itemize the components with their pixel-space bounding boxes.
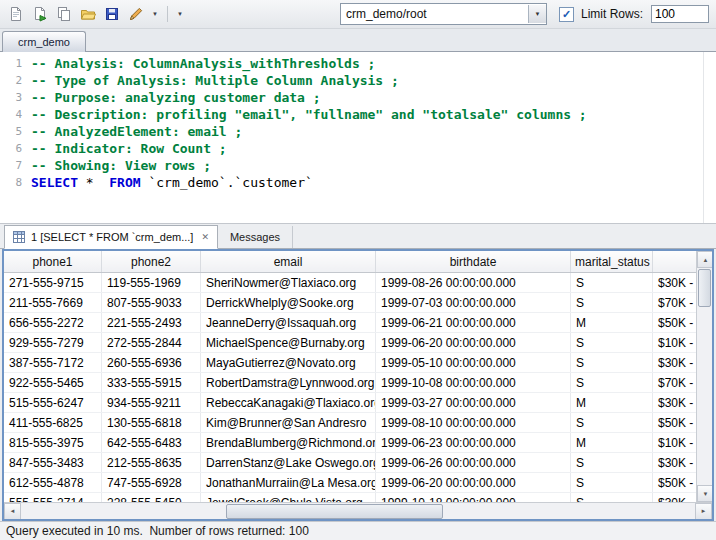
vscroll-track[interactable] [697, 268, 712, 485]
table-cell[interactable]: 1999-08-26 00:00:00.000 [376, 273, 571, 293]
hscroll-track[interactable] [21, 503, 695, 519]
table-cell[interactable]: 929-555-7279 [4, 333, 102, 353]
table-cell[interactable]: 747-555-6928 [102, 473, 201, 493]
table-cell[interactable]: 1999-06-20 00:00:00.000 [376, 473, 571, 493]
table-cell[interactable]: S [571, 373, 653, 393]
horizontal-scrollbar[interactable]: ◄ ► [4, 502, 712, 519]
table-cell[interactable]: M [571, 433, 653, 453]
table-cell[interactable]: 1999-06-26 00:00:00.000 [376, 453, 571, 473]
table-cell[interactable]: 1999-03-27 00:00:00.000 [376, 393, 571, 413]
code-lines[interactable]: 1-- Analysis: ColumnAnalysis_withThresho… [0, 55, 716, 191]
table-cell[interactable]: S [571, 413, 653, 433]
sql-editor[interactable]: 1-- Analysis: ColumnAnalysis_withThresho… [0, 52, 716, 224]
table-row[interactable]: 815-555-3975642-555-6483BrendaBlumberg@R… [4, 433, 712, 453]
vertical-scrollbar[interactable]: ▲ ▼ [696, 251, 712, 502]
table-row[interactable]: 656-555-2272221-555-2493JeanneDerry@Issa… [4, 313, 712, 333]
table-cell[interactable]: 211-555-7669 [4, 293, 102, 313]
table-row[interactable]: 387-555-7172260-555-6936MayaGutierrez@No… [4, 353, 712, 373]
result-tab-query[interactable]: 1 [SELECT * FROM `crm_dem...] ✕ [4, 225, 218, 249]
table-cell[interactable]: M [571, 313, 653, 333]
column-header-email[interactable]: email [201, 251, 376, 273]
table-cell[interactable]: SheriNowmer@Tlaxiaco.org [201, 273, 376, 293]
table-cell[interactable]: S [571, 273, 653, 293]
table-cell[interactable]: JeanneDerry@Issaquah.org [201, 313, 376, 333]
table-cell[interactable]: 1999-10-18 00:00:00.000 [376, 493, 571, 503]
table-cell[interactable]: 260-555-6936 [102, 353, 201, 373]
scroll-right-icon[interactable]: ► [695, 503, 712, 520]
table-cell[interactable]: 228-555-5450 [102, 493, 201, 503]
table-row[interactable]: 211-555-7669807-555-9033DerrickWhelply@S… [4, 293, 712, 313]
table-cell[interactable]: 934-555-9211 [102, 393, 201, 413]
edit-button[interactable] [125, 3, 147, 25]
result-tab-messages[interactable]: Messages [218, 226, 293, 248]
column-header-phone2[interactable]: phone2 [102, 251, 201, 273]
table-cell[interactable]: JonathanMurraiin@La Mesa.org [201, 473, 376, 493]
column-header-phone1[interactable]: phone1 [4, 251, 102, 273]
table-cell[interactable]: 119-555-1969 [102, 273, 201, 293]
toolbar-dropdown-caret-2[interactable]: ▼ [174, 11, 186, 17]
limit-rows-checkbox[interactable]: ✓ [559, 7, 574, 22]
table-cell[interactable]: DerrickWhelply@Sooke.org [201, 293, 376, 313]
open-file-button[interactable] [77, 3, 99, 25]
table-cell[interactable]: 1999-06-21 00:00:00.000 [376, 313, 571, 333]
table-cell[interactable]: S [571, 493, 653, 503]
table-cell[interactable]: Kim@Brunner@San Andresro [201, 413, 376, 433]
table-cell[interactable]: BrendaBlumberg@Richmond.org [201, 433, 376, 453]
table-cell[interactable]: MichaelSpence@Burnaby.org [201, 333, 376, 353]
table-cell[interactable]: 815-555-3975 [4, 433, 102, 453]
table-cell[interactable]: 656-555-2272 [4, 313, 102, 333]
table-row[interactable]: 612-555-4878747-555-6928JonathanMurraiin… [4, 473, 712, 493]
scroll-left-icon[interactable]: ◄ [4, 503, 21, 520]
column-header-marital_status[interactable]: marital_status [571, 251, 653, 273]
table-cell[interactable]: RobertDamstra@Lynnwood.org [201, 373, 376, 393]
table-cell[interactable]: 847-555-3483 [4, 453, 102, 473]
column-header-birthdate[interactable]: birthdate [376, 251, 571, 273]
new-sql-button[interactable] [5, 3, 27, 25]
table-cell[interactable]: JewelCreek@Chula Vista.org [201, 493, 376, 503]
toolbar-dropdown-caret[interactable]: ▼ [149, 11, 161, 17]
table-cell[interactable]: 1999-06-20 00:00:00.000 [376, 333, 571, 353]
table-cell[interactable]: S [571, 353, 653, 373]
table-cell[interactable]: 515-555-6247 [4, 393, 102, 413]
table-row[interactable]: 271-555-9715119-555-1969SheriNowmer@Tlax… [4, 273, 712, 293]
table-cell[interactable]: DarrenStanz@Lake Oswego.org [201, 453, 376, 473]
table-cell[interactable]: 1999-05-10 00:00:00.000 [376, 353, 571, 373]
table-cell[interactable]: 333-555-5915 [102, 373, 201, 393]
table-cell[interactable]: S [571, 453, 653, 473]
save-button[interactable] [101, 3, 123, 25]
vscroll-thumb[interactable] [698, 269, 711, 307]
table-cell[interactable]: 642-555-6483 [102, 433, 201, 453]
editor-tab-crm-demo[interactable]: crm_demo [2, 31, 86, 52]
table-cell[interactable]: 387-555-7172 [4, 353, 102, 373]
table-cell[interactable]: S [571, 293, 653, 313]
table-cell[interactable]: 1999-06-23 00:00:00.000 [376, 433, 571, 453]
table-row[interactable]: 922-555-5465333-555-5915RobertDamstra@Ly… [4, 373, 712, 393]
table-cell[interactable]: 807-555-9033 [102, 293, 201, 313]
table-cell[interactable]: 1999-07-03 00:00:00.000 [376, 293, 571, 313]
table-cell[interactable]: 130-555-6818 [102, 413, 201, 433]
table-row[interactable]: 929-555-7279272-555-2844MichaelSpence@Bu… [4, 333, 712, 353]
table-cell[interactable]: 271-555-9715 [4, 273, 102, 293]
table-cell[interactable]: 272-555-2844 [102, 333, 201, 353]
table-cell[interactable]: 1999-10-08 00:00:00.000 [376, 373, 571, 393]
table-row[interactable]: 555-555-2714228-555-5450JewelCreek@Chula… [4, 493, 712, 503]
scroll-up-icon[interactable]: ▲ [697, 251, 712, 268]
table-cell[interactable]: 612-555-4878 [4, 473, 102, 493]
table-cell[interactable]: M [571, 393, 653, 413]
table-cell[interactable]: S [571, 473, 653, 493]
scroll-down-icon[interactable]: ▼ [697, 485, 712, 502]
close-tab-icon[interactable]: ✕ [199, 233, 209, 242]
table-cell[interactable]: S [571, 333, 653, 353]
table-cell[interactable]: 411-555-6825 [4, 413, 102, 433]
table-row[interactable]: 515-555-6247934-555-9211RebeccaKanagaki@… [4, 393, 712, 413]
table-row[interactable]: 411-555-6825130-555-6818Kim@Brunner@San … [4, 413, 712, 433]
table-cell[interactable]: RebeccaKanagaki@Tlaxiaco.org [201, 393, 376, 413]
hscroll-thumb[interactable] [226, 504, 443, 519]
table-cell[interactable]: MayaGutierrez@Novato.org [201, 353, 376, 373]
table-row[interactable]: 847-555-3483212-555-8635DarrenStanz@Lake… [4, 453, 712, 473]
limit-rows-input[interactable] [651, 5, 709, 23]
table-cell[interactable]: 1999-08-10 00:00:00.000 [376, 413, 571, 433]
table-cell[interactable]: 555-555-2714 [4, 493, 102, 503]
table-cell[interactable]: 212-555-8635 [102, 453, 201, 473]
copy-button[interactable] [53, 3, 75, 25]
